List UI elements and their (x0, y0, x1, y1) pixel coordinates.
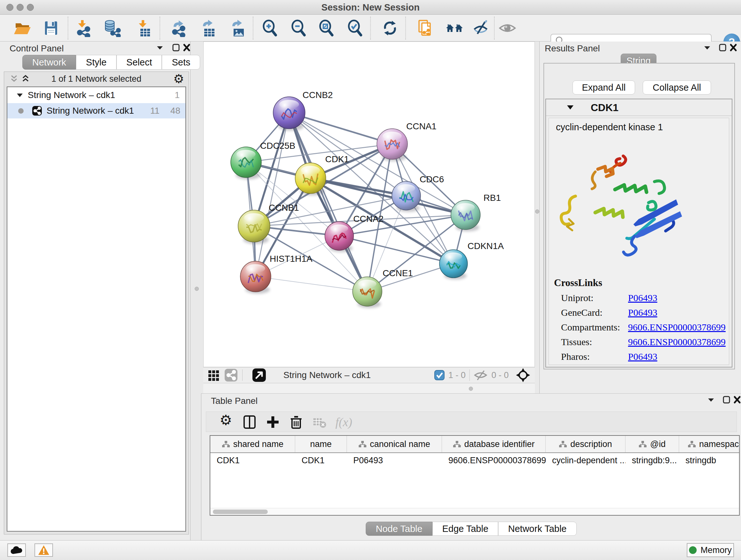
export-network-icon[interactable] (170, 19, 188, 37)
node-CCNE1[interactable]: CCNE1 (353, 268, 413, 308)
memory-button[interactable]: Memory (687, 543, 734, 557)
column-header-description[interactable]: description (546, 436, 625, 452)
panel-menu-icon[interactable] (154, 44, 165, 52)
hide-structure-images-icon[interactable] (472, 19, 490, 37)
open-session-icon[interactable] (13, 19, 31, 37)
control-panel: Control Panel NetworkStyleSelectSets 1 o… (0, 42, 191, 540)
crosslink-link[interactable]: P06493 (628, 307, 657, 318)
import-network-icon[interactable] (73, 19, 91, 37)
table-cell: 9606.ENSP00000378699 (442, 453, 546, 468)
column-header-shared-name[interactable]: shared name (210, 436, 295, 452)
titlebar: Session: New Session (0, 0, 741, 15)
close-panel-icon[interactable] (732, 395, 741, 404)
save-session-icon[interactable] (42, 19, 60, 37)
close-panel-icon[interactable] (728, 44, 739, 52)
open-string-web-icon[interactable] (416, 19, 434, 37)
section-collapse-icon[interactable] (566, 105, 574, 110)
results-panel-title: Results Panel (545, 43, 600, 54)
float-panel-icon[interactable] (717, 44, 728, 52)
tab-network[interactable]: Network (22, 55, 76, 70)
home-pages-icon[interactable] (446, 19, 464, 37)
selected-count: 1 - 0 (448, 370, 466, 380)
table-row[interactable]: CDK1CDK1P064939606.ENSP00000378699cyclin… (210, 453, 739, 468)
tab-edge-table[interactable]: Edge Table (432, 522, 498, 536)
column-header-namespace[interactable]: namespace (679, 436, 740, 452)
hidden-eye-icon[interactable] (474, 369, 488, 381)
crosslink-label: Tissues: (561, 336, 628, 348)
left-splitter-handle[interactable] (195, 287, 199, 291)
add-column-icon[interactable] (265, 415, 281, 430)
column-header-database-identifier[interactable]: database identifier (442, 436, 546, 452)
zoom-in-icon[interactable] (261, 19, 279, 37)
network-label: String Network – cdk1 (47, 106, 134, 116)
delete-column-icon[interactable] (288, 415, 305, 430)
crosshair-icon[interactable] (516, 368, 530, 382)
show-structure-images-icon[interactable] (498, 19, 516, 37)
node-label: CCNB1 (269, 203, 299, 212)
float-panel-icon[interactable] (171, 44, 181, 52)
panel-menu-icon[interactable] (702, 44, 713, 52)
tab-sets[interactable]: Sets (162, 55, 200, 70)
export-table-icon[interactable] (199, 19, 217, 37)
horizontal-splitter[interactable] (203, 384, 535, 393)
tab-select[interactable]: Select (117, 55, 162, 70)
warning-button[interactable] (35, 543, 53, 557)
import-database-icon[interactable] (104, 19, 121, 37)
tab-node-table[interactable]: Node Table (366, 522, 432, 536)
protein-structure-image (555, 150, 695, 259)
network-options-gear-icon[interactable]: ⚙ (173, 72, 184, 86)
columns-icon[interactable] (242, 415, 258, 430)
node-RB1[interactable]: RB1 (451, 193, 501, 232)
cloud-button[interactable] (7, 543, 26, 557)
network-type-icon (32, 106, 42, 116)
crosslink-link[interactable]: P06493 (628, 351, 657, 362)
network-collection-row[interactable]: String Network – cdk1 1 (7, 87, 185, 103)
zoom-fit-icon[interactable] (317, 19, 335, 37)
tab-style[interactable]: Style (76, 55, 116, 70)
table-body: CDK1CDK1P064939606.ENSP00000378699cyclin… (210, 453, 739, 468)
float-panel-icon[interactable] (721, 395, 732, 404)
zoom-selected-icon[interactable] (346, 19, 364, 37)
import-table-icon[interactable] (134, 19, 152, 37)
zoom-out-icon[interactable] (289, 19, 307, 37)
column-header--id[interactable]: @id (625, 436, 679, 452)
table-toolbar: ⚙ f(x) (206, 412, 737, 432)
network-row[interactable]: String Network – cdk1 11 48 (7, 103, 185, 118)
network-edges[interactable] (246, 113, 466, 292)
results-panel: Results Panel String Expand All Collapse… (539, 42, 741, 393)
hscrollbar-thumb[interactable] (213, 509, 268, 514)
node-CCNB2[interactable]: CCNB2 (273, 90, 333, 131)
export-image-icon[interactable] (228, 19, 246, 37)
crosslink-row: Uniprot:P06493 (561, 291, 727, 305)
gear-icon[interactable]: ⚙ (219, 413, 235, 428)
expand-all-button[interactable]: Expand All (572, 80, 635, 95)
crosslink-label: Compartments: (561, 322, 628, 333)
collapse-all-button[interactable]: Collapse All (643, 80, 711, 95)
crosslink-link[interactable]: P06493 (628, 293, 657, 303)
main-toolbar: ? (0, 15, 741, 42)
node-CCNB1[interactable]: CCNB1 (238, 203, 299, 244)
node-label: CCNA1 (406, 121, 436, 131)
column-header-canonical-name[interactable]: canonical name (347, 436, 442, 452)
birdseye-icon[interactable] (252, 368, 266, 382)
crosslink-link[interactable]: 9606.ENSP00000378699 (628, 322, 726, 333)
share-view-icon[interactable] (224, 368, 238, 382)
network-canvas[interactable]: CCNB2CCNA1CDC25BCDK1CDC6RB1CCNB1CCNA2CDK… (203, 42, 535, 367)
refresh-icon[interactable] (381, 19, 399, 37)
table-cell: CDK1 (295, 453, 347, 468)
tab-network-table[interactable]: Network Table (498, 522, 576, 536)
crosslink-link[interactable]: 9606.ENSP00000378699 (628, 336, 726, 348)
right-splitter-handle[interactable] (535, 209, 539, 213)
selected-checkbox[interactable] (434, 370, 445, 380)
node-table: shared namenamecanonical namedatabase id… (210, 435, 740, 516)
collection-expand-icon[interactable] (16, 92, 23, 98)
node-HIST1H1A[interactable]: HIST1H1A (240, 254, 313, 294)
panel-menu-icon[interactable] (705, 395, 717, 404)
warning-icon (38, 545, 50, 555)
grid-view-icon[interactable] (208, 369, 220, 381)
node-CCNA1[interactable]: CCNA1 (377, 121, 436, 161)
node-CDKN1A[interactable]: CDKN1A (440, 241, 504, 279)
column-header-name[interactable]: name (295, 436, 347, 452)
node-CDC6[interactable]: CDC6 (392, 174, 444, 212)
close-panel-icon[interactable] (181, 44, 192, 52)
